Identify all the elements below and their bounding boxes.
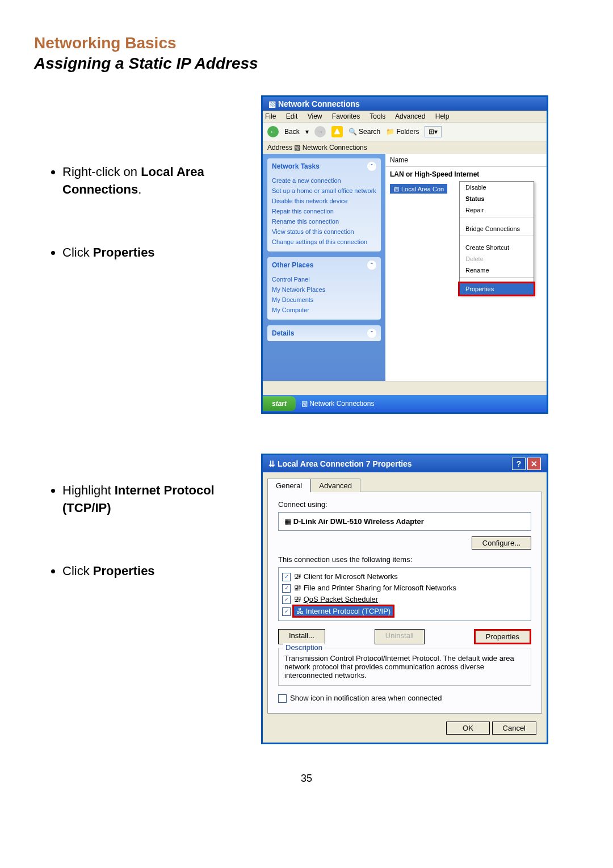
uninstall-button: Uninstall <box>375 629 425 644</box>
ctx-item[interactable]: Status <box>460 193 534 204</box>
place-link[interactable]: My Network Places <box>272 284 376 295</box>
install-button[interactable]: Install... <box>278 629 325 644</box>
menu-item[interactable]: Favorites <box>332 112 360 120</box>
help-icon[interactable]: ? <box>512 458 526 470</box>
configure-button[interactable]: Configure... <box>472 536 531 550</box>
page-title: Networking Basics <box>34 34 579 52</box>
folders-button[interactable]: 📁 Folders <box>386 128 419 136</box>
place-link[interactable]: My Computer <box>272 305 376 315</box>
tab-advanced[interactable]: Advanced <box>310 479 360 492</box>
cancel-button[interactable]: Cancel <box>492 722 536 735</box>
task-link[interactable]: Change settings of this connection <box>272 237 376 247</box>
tab-general[interactable]: General <box>267 479 310 492</box>
list-item-tcpip[interactable]: ✓🖧 Internet Protocol (TCP/IP) <box>282 605 527 617</box>
forward-icon: → <box>314 126 326 137</box>
status-bar <box>263 381 547 395</box>
group-header: LAN or High-Speed Internet <box>385 167 547 182</box>
menu-item[interactable]: File <box>265 112 276 120</box>
task-link[interactable]: Repair this connection <box>272 206 376 216</box>
menu-item[interactable]: Tools <box>370 112 385 120</box>
views-button[interactable]: ⊞▾ <box>425 126 442 137</box>
start-button[interactable]: start <box>263 396 296 411</box>
dialog-title: ⇊ Local Area Connection 7 Properties ?✕ <box>263 455 547 472</box>
description-box: Description Transmission Control Protoco… <box>278 648 531 686</box>
components-list[interactable]: ✓🖳 Client for Microsoft Networks ✓🖳 File… <box>278 567 531 621</box>
page-subtitle: Assigning a Static IP Address <box>34 54 579 73</box>
task-link[interactable]: View status of this connection <box>272 227 376 237</box>
ctx-item[interactable]: Rename <box>460 265 534 276</box>
menu-item[interactable]: View <box>308 112 322 120</box>
context-menu: Disable Status Repair Bridge Connections… <box>459 181 534 295</box>
menu-item[interactable]: Help <box>435 112 450 120</box>
connection-item[interactable]: ▧ Local Area Con <box>390 184 447 194</box>
task-link[interactable]: Create a new connection <box>272 175 376 186</box>
ctx-item-properties[interactable]: Properties <box>458 282 535 296</box>
list-item[interactable]: ✓🖳 QoS Packet Scheduler <box>282 594 527 605</box>
task-link[interactable]: Disable this network device <box>272 196 376 206</box>
ctx-item[interactable]: Repair <box>460 204 534 216</box>
adapter-field: ▦ D-Link Air DWL-510 Wireless Adapter <box>278 512 531 531</box>
back-button[interactable]: Back <box>284 128 300 136</box>
ctx-item[interactable]: Create Shortcut <box>460 242 534 253</box>
content-area: Name LAN or High-Speed Internet ▧ Local … <box>385 154 547 381</box>
network-icon: ▧ <box>268 99 278 108</box>
ctx-item[interactable]: Disable <box>460 182 534 193</box>
steps-list-2: Highlight Internet Protocol (TCP/IP) Cli… <box>34 482 261 580</box>
address-bar[interactable]: Address ▧ Network Connections <box>263 141 547 154</box>
task-link[interactable]: Rename this connection <box>272 216 376 227</box>
window-title: ▧ Network Connections <box>263 97 547 111</box>
taskbar-item[interactable]: ▧ Network Connections <box>296 400 380 408</box>
ctx-item[interactable]: Bridge Connections <box>460 223 534 234</box>
step: Highlight Internet Protocol (TCP/IP) <box>62 482 261 517</box>
column-header[interactable]: Name <box>385 154 547 167</box>
up-icon[interactable]: ⯅ <box>331 126 343 137</box>
properties-dialog: ⇊ Local Area Connection 7 Properties ?✕ … <box>261 454 548 744</box>
list-item[interactable]: ✓🖳 Client for Microsoft Networks <box>282 571 527 582</box>
expand-icon[interactable]: ˇ <box>367 329 376 338</box>
step: Click Properties <box>62 563 261 580</box>
place-link[interactable]: My Documents <box>272 295 376 305</box>
panel-header: Other Places <box>272 261 313 269</box>
toolbar: ←Back ▾ → ⯅ 🔍 Search 📁 Folders ⊞▾ <box>263 122 547 141</box>
collapse-icon[interactable]: ˆ <box>367 162 376 171</box>
properties-button[interactable]: Properties <box>474 629 531 644</box>
search-button[interactable]: 🔍 Search <box>349 128 380 136</box>
back-icon[interactable]: ← <box>267 126 279 137</box>
panel-header: Network Tasks <box>272 162 320 170</box>
ok-button[interactable]: OK <box>446 722 490 735</box>
taskbar: start ▧ Network Connections <box>263 395 547 412</box>
steps-list-1: Right-click on Local Area Connections. C… <box>34 163 261 261</box>
close-icon[interactable]: ✕ <box>527 458 541 470</box>
step: Click Properties <box>62 244 261 262</box>
panel-header: Details <box>272 329 294 337</box>
task-link[interactable]: Set up a home or small office network <box>272 186 376 196</box>
place-link[interactable]: Control Panel <box>272 274 376 284</box>
page-number: 35 <box>34 773 579 785</box>
menu-item[interactable]: Edit <box>286 112 298 120</box>
step: Right-click on Local Area Connections. <box>62 163 261 199</box>
show-icon-checkbox[interactable]: Show icon in notification area when conn… <box>278 694 531 703</box>
side-panel: Network Tasksˆ Create a new connection S… <box>263 154 385 381</box>
menu-item[interactable]: Advanced <box>395 112 425 120</box>
list-item[interactable]: ✓🖳 File and Printer Sharing for Microsof… <box>282 582 527 594</box>
network-connections-window: ▧ Network Connections File Edit View Fav… <box>261 95 548 414</box>
menu-bar[interactable]: File Edit View Favorites Tools Advanced … <box>263 111 547 122</box>
items-label: This connection uses the following items… <box>278 555 531 564</box>
collapse-icon[interactable]: ˆ <box>367 261 376 270</box>
connect-using-label: Connect using: <box>278 500 531 509</box>
ctx-item: Delete <box>460 253 534 265</box>
tab-strip: GeneralAdvanced <box>263 472 547 492</box>
